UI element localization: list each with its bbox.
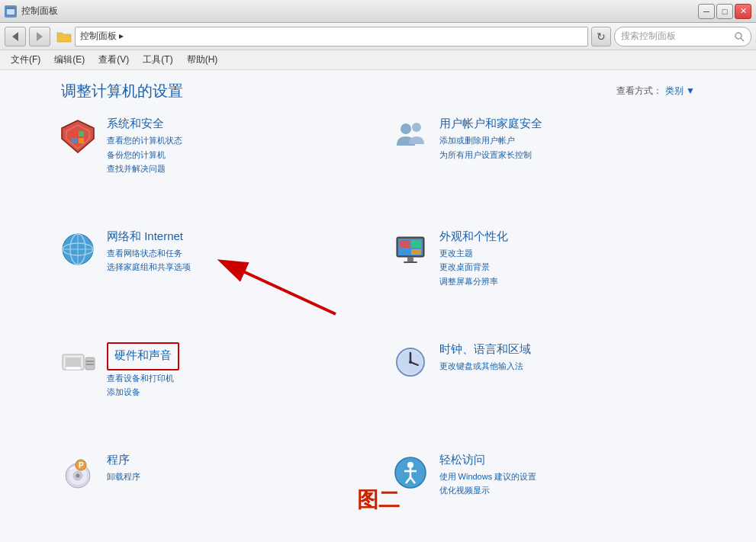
close-button[interactable]: ✕ bbox=[735, 4, 751, 19]
svg-rect-26 bbox=[400, 249, 410, 255]
svg-point-5 bbox=[735, 33, 742, 39]
svg-marker-4 bbox=[37, 32, 43, 41]
user-accounts-icon bbox=[391, 117, 430, 156]
clock-text: 时钟、语言和区域 更改键盘或其他输入法 bbox=[439, 342, 531, 373]
programs-sub1[interactable]: 卸载程序 bbox=[107, 470, 140, 483]
svg-marker-3 bbox=[12, 32, 18, 41]
hardware-title[interactable]: 硬件和声音 bbox=[114, 348, 172, 363]
user-accounts-title[interactable]: 用户帐户和家庭安全 bbox=[439, 117, 542, 131]
ease-text: 轻松访问 使用 Windows 建议的设置 优化视频显示 bbox=[439, 453, 537, 497]
category-network[interactable]: 网络和 Internet 查看网络状态和任务 选择家庭组和共享选项 bbox=[46, 220, 378, 333]
network-sub1[interactable]: 查看网络状态和任务 bbox=[107, 247, 191, 260]
ease-title[interactable]: 轻松访问 bbox=[439, 453, 537, 467]
hardware-sub1[interactable]: 查看设备和打印机 bbox=[107, 372, 179, 385]
view-mode: 查看方式： 类别 ▼ bbox=[616, 85, 695, 98]
forward-button[interactable] bbox=[29, 27, 50, 47]
svg-rect-11 bbox=[72, 131, 77, 136]
system-security-sub3[interactable]: 查找并解决问题 bbox=[107, 162, 182, 175]
category-system-security[interactable]: 系统和安全 查看您的计算机状态 备份您的计算机 查找并解决问题 bbox=[46, 107, 378, 220]
view-mode-value[interactable]: 类别 ▼ bbox=[665, 85, 695, 98]
system-security-text: 系统和安全 查看您的计算机状态 备份您的计算机 查找并解决问题 bbox=[107, 117, 182, 175]
category-ease[interactable]: 轻松访问 使用 Windows 建议的设置 优化视频显示 bbox=[378, 444, 711, 542]
svg-rect-29 bbox=[404, 261, 417, 263]
svg-point-44 bbox=[76, 473, 80, 477]
minimize-button[interactable]: ─ bbox=[698, 4, 715, 19]
appearance-icon bbox=[391, 229, 430, 269]
system-security-sub2[interactable]: 备份您的计算机 bbox=[107, 149, 182, 162]
svg-rect-34 bbox=[86, 361, 94, 362]
network-title[interactable]: 网络和 Internet bbox=[107, 229, 191, 244]
figure-label: 图二 bbox=[357, 486, 400, 527]
svg-rect-12 bbox=[79, 131, 84, 136]
svg-rect-35 bbox=[86, 364, 94, 365]
title-bar: 控制面板 ─ □ ✕ bbox=[0, 0, 756, 23]
svg-rect-28 bbox=[407, 257, 413, 261]
appearance-sub3[interactable]: 调整屏幕分辨率 bbox=[439, 275, 508, 288]
svg-rect-2 bbox=[6, 8, 15, 9]
hardware-icon bbox=[58, 342, 98, 382]
network-sub2[interactable]: 选择家庭组和共享选项 bbox=[107, 261, 191, 274]
menu-tools[interactable]: 工具(T) bbox=[137, 52, 179, 68]
menu-help[interactable]: 帮助(H) bbox=[181, 52, 224, 68]
svg-rect-24 bbox=[400, 240, 410, 248]
svg-point-48 bbox=[407, 462, 413, 468]
menu-file[interactable]: 文件(F) bbox=[5, 52, 47, 68]
clock-sub1[interactable]: 更改键盘或其他输入法 bbox=[439, 360, 531, 373]
svg-rect-14 bbox=[79, 138, 84, 143]
address-path[interactable]: 控制面板 ▸ bbox=[75, 27, 588, 47]
appearance-sub1[interactable]: 更改主题 bbox=[439, 247, 508, 260]
svg-point-16 bbox=[412, 123, 421, 132]
back-button[interactable] bbox=[5, 27, 26, 47]
address-bar: 控制面板 ▸ ↻ 搜索控制面板 bbox=[0, 23, 756, 50]
user-accounts-text: 用户帐户和家庭安全 添加或删除用户帐户 为所有用户设置家长控制 bbox=[439, 117, 542, 161]
svg-rect-32 bbox=[66, 367, 81, 370]
svg-rect-13 bbox=[72, 138, 77, 143]
programs-title[interactable]: 程序 bbox=[107, 453, 140, 467]
hardware-sub2[interactable]: 添加设备 bbox=[107, 386, 179, 399]
network-icon bbox=[58, 229, 98, 269]
menu-edit[interactable]: 编辑(E) bbox=[48, 52, 91, 68]
ease-sub2[interactable]: 优化视频显示 bbox=[439, 484, 537, 497]
category-clock[interactable]: 时钟、语言和区域 更改键盘或其他输入法 bbox=[378, 333, 711, 444]
title-bar-controls[interactable]: ─ □ ✕ bbox=[698, 4, 751, 19]
user-accounts-sub1[interactable]: 添加或删除用户帐户 bbox=[439, 134, 542, 147]
appearance-sub2[interactable]: 更改桌面背景 bbox=[439, 261, 508, 274]
search-icon bbox=[734, 31, 745, 42]
category-hardware[interactable]: 硬件和声音 查看设备和打印机 添加设备 bbox=[46, 333, 378, 444]
ease-sub1[interactable]: 使用 Windows 建议的设置 bbox=[439, 470, 537, 483]
programs-text: 程序 卸载程序 bbox=[107, 453, 140, 483]
menu-view[interactable]: 查看(V) bbox=[92, 52, 135, 68]
network-text: 网络和 Internet 查看网络状态和任务 选择家庭组和共享选项 bbox=[107, 229, 191, 274]
system-security-title[interactable]: 系统和安全 bbox=[107, 117, 182, 131]
menu-bar: 文件(F) 编辑(E) 查看(V) 工具(T) 帮助(H) bbox=[0, 50, 756, 70]
search-placeholder: 搜索控制面板 bbox=[621, 30, 731, 43]
svg-point-15 bbox=[401, 123, 411, 134]
view-mode-label: 查看方式： bbox=[616, 85, 662, 98]
category-user-accounts[interactable]: 用户帐户和家庭安全 添加或删除用户帐户 为所有用户设置家长控制 bbox=[378, 107, 711, 220]
svg-rect-25 bbox=[411, 240, 421, 248]
page-title: 调整计算机的设置 bbox=[61, 81, 183, 101]
folder-icon bbox=[56, 30, 72, 43]
svg-rect-27 bbox=[411, 249, 421, 255]
search-box[interactable]: 搜索控制面板 bbox=[614, 27, 751, 47]
maximize-button[interactable]: □ bbox=[716, 4, 733, 19]
user-accounts-sub2[interactable]: 为所有用户设置家长控制 bbox=[439, 149, 542, 162]
window-icon bbox=[5, 5, 17, 18]
appearance-title[interactable]: 外观和个性化 bbox=[439, 229, 508, 244]
clock-icon bbox=[391, 342, 430, 382]
category-appearance[interactable]: 外观和个性化 更改主题 更改桌面背景 调整屏幕分辨率 bbox=[378, 220, 711, 333]
window-title: 控制面板 bbox=[21, 5, 58, 18]
system-security-icon bbox=[58, 117, 98, 156]
title-bar-left: 控制面板 bbox=[5, 5, 58, 18]
svg-point-40 bbox=[409, 361, 412, 364]
appearance-text: 外观和个性化 更改主题 更改桌面背景 调整屏幕分辨率 bbox=[439, 229, 508, 288]
programs-icon: P bbox=[58, 453, 98, 492]
svg-line-6 bbox=[741, 38, 744, 41]
system-security-sub1[interactable]: 查看您的计算机状态 bbox=[107, 134, 182, 147]
categories-grid: 系统和安全 查看您的计算机状态 备份您的计算机 查找并解决问题 用户帐户和家庭安… bbox=[0, 107, 756, 542]
clock-title[interactable]: 时钟、语言和区域 bbox=[439, 342, 531, 357]
main-content: 调整计算机的设置 查看方式： 类别 ▼ bbox=[0, 70, 756, 542]
refresh-button[interactable]: ↻ bbox=[591, 27, 611, 47]
category-programs[interactable]: P 程序 卸载程序 bbox=[46, 444, 378, 542]
hardware-highlight-box: 硬件和声音 bbox=[107, 342, 179, 370]
